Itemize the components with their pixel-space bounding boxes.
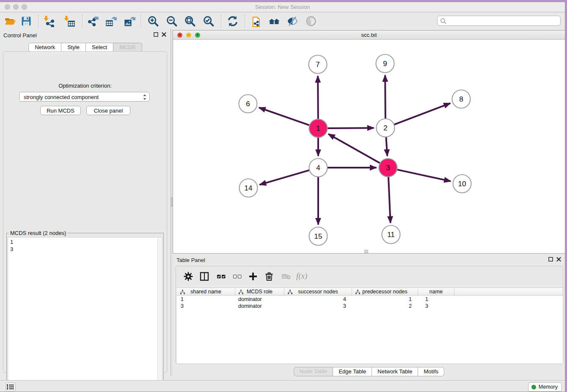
export-network-icon[interactable] [87, 15, 99, 27]
desktop: Session: New Session [0, 0, 567, 392]
memory-button[interactable]: Memory [528, 382, 562, 392]
attribute-icon [355, 290, 361, 295]
edge-3-10[interactable] [396, 169, 451, 181]
edge-1-6[interactable] [259, 108, 311, 125]
task-history-button[interactable] [6, 383, 16, 391]
network-canvas[interactable]: 7968124314101511 [173, 40, 565, 253]
zoom-selected-icon[interactable] [203, 15, 215, 27]
tab-style[interactable]: Style [61, 43, 86, 52]
control-panel: Control Panel Network Style Select MCDS … [0, 29, 171, 376]
node-11[interactable]: 11 [382, 226, 400, 244]
first-neighbors-icon[interactable] [268, 15, 280, 27]
open-session-icon[interactable] [4, 15, 16, 27]
edge-2-9[interactable] [385, 75, 385, 119]
node-7[interactable]: 7 [309, 55, 327, 74]
node-10[interactable]: 10 [453, 175, 471, 193]
tab-select[interactable]: Select [86, 43, 113, 52]
show-all-icon[interactable] [305, 15, 317, 27]
import-table-icon[interactable] [63, 15, 75, 27]
table-cell[interactable]: 1 [352, 296, 418, 303]
tab-edge-table[interactable]: Edge Table [333, 367, 372, 376]
edge-1-7[interactable] [318, 76, 318, 120]
settings-gear-icon[interactable] [183, 271, 193, 282]
node-14[interactable]: 14 [239, 179, 258, 197]
float-panel-icon[interactable] [154, 32, 158, 37]
search-field[interactable] [437, 16, 561, 26]
run-mcds-button[interactable]: Run MCDS [40, 106, 81, 115]
criterion-select[interactable]: strongly connected component [19, 92, 150, 102]
edge-2-8[interactable] [393, 103, 450, 125]
edge-3-1[interactable] [328, 134, 381, 164]
node-4[interactable]: 4 [309, 159, 328, 177]
zoom-in-icon[interactable] [147, 15, 159, 27]
apply-layout-icon[interactable] [227, 15, 239, 27]
tab-network-table[interactable]: Network Table [372, 367, 418, 376]
mcds-result-text[interactable]: 13 [8, 237, 162, 392]
add-column-icon[interactable] [248, 271, 258, 282]
close-panel-icon[interactable] [162, 32, 166, 37]
zoom-fit-icon[interactable] [184, 15, 196, 27]
function-builder-icon[interactable]: f(x) [296, 271, 311, 282]
node-2[interactable]: 2 [377, 119, 395, 137]
close-panel-button[interactable]: Close panel [86, 106, 130, 115]
table-cell[interactable]: 1 [177, 296, 235, 303]
table-cell[interactable]: 3 [177, 303, 235, 310]
table-cell[interactable]: 2 [352, 303, 418, 310]
table-cell[interactable]: 1 [418, 296, 454, 303]
clone-network-icon[interactable] [250, 15, 262, 27]
svg-text:15: 15 [314, 232, 322, 240]
export-table-icon[interactable] [105, 15, 117, 27]
table-cell[interactable]: dominator [235, 303, 284, 310]
import-network-icon[interactable] [43, 15, 55, 27]
hide-selected-icon[interactable] [286, 15, 298, 27]
svg-text:11: 11 [387, 231, 395, 239]
node-9[interactable]: 9 [376, 55, 394, 73]
column-header-shared-name[interactable]: shared name [177, 288, 235, 295]
column-header-mcds-role[interactable]: MCDS role [235, 288, 284, 295]
table-panel: Table Panel [173, 254, 565, 380]
tab-motifs[interactable]: Motifs [418, 367, 444, 376]
scrollbar-track[interactable] [157, 237, 162, 392]
float-table-panel-icon[interactable] [548, 257, 553, 262]
svg-text:14: 14 [245, 184, 253, 192]
delete-column-icon[interactable] [264, 271, 274, 282]
table-row[interactable]: 3dominator323 [177, 303, 563, 310]
export-image-icon[interactable] [124, 15, 135, 27]
column-header-successor-nodes[interactable]: successor nodes [284, 288, 352, 295]
column-header-name[interactable]: name [418, 288, 454, 295]
table-cell[interactable]: 4 [284, 296, 352, 303]
svg-text:1: 1 [316, 124, 320, 133]
canvas-resize-handle[interactable] [364, 250, 368, 253]
svg-text:10: 10 [458, 180, 466, 188]
node-1[interactable]: 1 [309, 119, 328, 138]
node-15[interactable]: 15 [309, 227, 328, 246]
edge-3-11[interactable] [388, 176, 391, 223]
table-cell[interactable]: 3 [418, 303, 454, 310]
tab-node-table[interactable]: Node Table [294, 367, 333, 376]
edge-2-3[interactable] [386, 136, 387, 156]
app-title: Session: New Session [0, 4, 565, 10]
tab-mcds[interactable]: MCDS [113, 43, 142, 52]
table-cell[interactable]: dominator [235, 296, 284, 303]
network-window-titlebar[interactable]: × − + scc.txt [173, 30, 565, 40]
edge-4-14[interactable] [259, 170, 310, 185]
table-cell[interactable]: 3 [284, 303, 352, 310]
select-stepper-icon [142, 93, 148, 101]
table-row[interactable]: 1dominator411 [177, 296, 563, 303]
node-6[interactable]: 6 [239, 95, 257, 113]
column-header-predecessor-nodes[interactable]: predecessor nodes [352, 288, 418, 295]
tab-network[interactable]: Network [28, 43, 61, 52]
close-table-panel-icon[interactable] [556, 257, 561, 262]
deselect-all-columns-icon[interactable] [232, 271, 242, 282]
mcds-panel: Optimization criterion: strongly connect… [3, 51, 167, 373]
column-layout-icon[interactable] [199, 271, 209, 282]
delete-table-icon[interactable] [281, 271, 291, 282]
select-all-columns-icon[interactable] [216, 271, 226, 282]
search-input[interactable] [449, 17, 556, 25]
table-body: 1dominator4113dominator323 [177, 296, 563, 310]
node-3[interactable]: 3 [379, 159, 397, 177]
node-8[interactable]: 8 [452, 90, 471, 108]
save-session-icon[interactable] [20, 15, 32, 27]
edge-1-2[interactable] [326, 128, 374, 128]
zoom-out-icon[interactable] [166, 15, 178, 27]
